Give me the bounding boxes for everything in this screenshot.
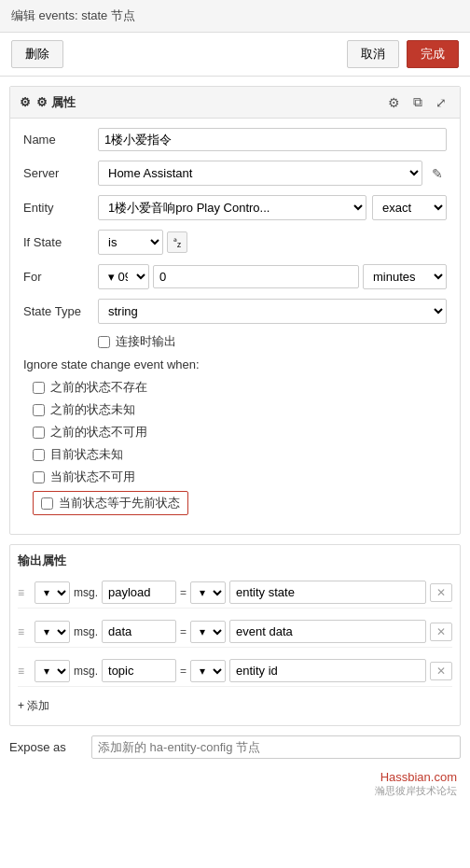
if-state-label: If State: [23, 235, 98, 249]
equals-0: =: [180, 586, 187, 599]
remove-row-2[interactable]: ✕: [430, 662, 452, 680]
server-control: Home Assistant ✎: [98, 161, 447, 186]
name-input[interactable]: [98, 128, 447, 151]
equals-1: =: [180, 625, 187, 638]
toolbar: 删除 取消 完成: [0, 33, 470, 77]
ignore-label-1: 之前的状态未知: [50, 401, 135, 418]
state-type-label: State Type: [23, 304, 98, 318]
panel-gear-icon: ⚙: [20, 95, 31, 109]
output-field-2[interactable]: [102, 659, 176, 682]
watermark-sub: 瀚思彼岸技术论坛: [375, 785, 457, 796]
entity-control: 1楼小爱音响pro Play Contro... exact: [98, 195, 447, 220]
panel-header: ⚙ ⚙ 属性 ⚙ ⧉ ⤢: [10, 87, 460, 119]
if-state-is-select[interactable]: is: [98, 230, 163, 255]
toolbar-right: 取消 完成: [347, 40, 459, 68]
ignore-checkbox-1[interactable]: [33, 404, 45, 416]
ignore-item-0: 之前的状态不存在: [33, 379, 447, 396]
drag-handle-1[interactable]: ≡: [18, 625, 31, 638]
name-label: Name: [23, 133, 98, 147]
connect-checkbox[interactable]: [98, 336, 110, 348]
panel-body: Name Server Home Assistant ✎ Entity: [10, 119, 460, 534]
state-type-row: State Type string: [23, 299, 447, 324]
output-field-0[interactable]: [102, 581, 176, 604]
done-button[interactable]: 完成: [407, 40, 459, 68]
server-label: Server: [23, 166, 98, 180]
ignore-label-3: 目前状态未知: [50, 446, 123, 463]
panel-header-left: ⚙ ⚙ 属性: [20, 94, 76, 111]
panel-header-right: ⚙ ⧉ ⤢: [384, 92, 450, 112]
entity-row: Entity 1楼小爱音响pro Play Contro... exact: [23, 195, 447, 220]
ignore-label-5: 当前状态等于先前状态: [59, 495, 180, 511]
msg-prefix-2: msg.: [74, 665, 98, 678]
output-value-type-select-1[interactable]: ▾: [190, 621, 226, 643]
output-value-type-select-2[interactable]: ▾: [190, 660, 226, 682]
ignore-item-1: 之前的状态未知: [33, 401, 447, 418]
output-row2-type-select[interactable]: ▾: [35, 660, 70, 682]
ignore-checkbox-3[interactable]: [33, 449, 45, 461]
expose-input[interactable]: [91, 735, 461, 759]
ignore-checkbox-2[interactable]: [33, 427, 45, 439]
server-edit-icon[interactable]: ✎: [428, 164, 447, 183]
cancel-button[interactable]: 取消: [347, 40, 399, 68]
output-value-1[interactable]: [229, 620, 426, 643]
ignore-checkbox-0[interactable]: [33, 382, 45, 394]
for-inner: ▾ 09 minutes: [98, 264, 447, 289]
expose-section: Expose as: [9, 735, 461, 759]
server-select[interactable]: Home Assistant: [98, 161, 422, 186]
output-row0-type-select[interactable]: ▾: [35, 581, 70, 604]
ignore-item-5-highlighted: 当前状态等于先前状态: [33, 491, 188, 515]
title-text: 编辑 events: state 节点: [11, 8, 135, 22]
state-type-select[interactable]: string: [98, 299, 447, 324]
ignore-label-2: 之前的状态不可用: [50, 424, 147, 441]
for-input[interactable]: [153, 265, 359, 288]
ignore-section-label: Ignore state change event when:: [23, 357, 447, 371]
equals-2: =: [180, 665, 187, 678]
output-field-1[interactable]: [102, 620, 176, 643]
server-row: Server Home Assistant ✎: [23, 161, 447, 186]
title-bar: 编辑 events: state 节点: [0, 0, 470, 33]
for-unit-select[interactable]: minutes: [363, 264, 447, 289]
ignore-checkbox-4[interactable]: [33, 471, 45, 483]
panel-copy-icon[interactable]: ⧉: [409, 92, 426, 112]
name-control: [98, 128, 447, 151]
panel-expand-icon[interactable]: ⤢: [432, 92, 450, 112]
state-type-control: string: [98, 299, 447, 324]
connect-label: 连接时输出: [116, 333, 176, 350]
remove-row-1[interactable]: ✕: [430, 623, 452, 641]
for-control: ▾ 09 minutes: [98, 264, 447, 289]
watermark-main: Hassbian.com: [380, 770, 457, 784]
az-button[interactable]: ᵃz: [167, 231, 187, 253]
output-value-0[interactable]: [229, 581, 426, 604]
entity-match-select[interactable]: exact: [372, 195, 447, 220]
entity-select[interactable]: 1楼小爱音响pro Play Contro...: [98, 195, 366, 220]
output-row-1: ≡ ▾ msg. = ▾ ✕: [18, 616, 452, 648]
remove-row-0[interactable]: ✕: [430, 583, 452, 602]
expose-label: Expose as: [9, 740, 84, 754]
output-row-0: ≡ ▾ msg. = ▾ ✕: [18, 577, 452, 609]
output-row1-type-select[interactable]: ▾: [35, 621, 70, 643]
if-state-control: is ᵃz: [98, 230, 447, 255]
az-icon: ᵃz: [173, 236, 181, 246]
name-row: Name: [23, 128, 447, 151]
ignore-label-4: 当前状态不可用: [50, 469, 135, 485]
output-value-2[interactable]: [229, 659, 426, 682]
delete-button[interactable]: 删除: [11, 40, 63, 68]
ignore-item-4: 当前状态不可用: [33, 469, 447, 485]
watermark-area: Hassbian.com 瀚思彼岸技术论坛: [0, 766, 470, 805]
output-value-type-select-0[interactable]: ▾: [190, 581, 226, 604]
drag-handle-2[interactable]: ≡: [18, 665, 31, 678]
for-label: For: [23, 270, 98, 284]
for-type-select[interactable]: ▾ 09: [98, 264, 149, 289]
output-section-title: 输出属性: [18, 553, 452, 569]
add-output-button[interactable]: + 添加: [18, 694, 49, 718]
output-section: 输出属性 ≡ ▾ msg. = ▾ ✕ ≡ ▾ msg. = ▾ ✕ ≡ ▾: [9, 544, 461, 726]
ignore-label-0: 之前的状态不存在: [50, 379, 147, 396]
panel-settings-icon[interactable]: ⚙: [384, 92, 404, 112]
drag-handle-0[interactable]: ≡: [18, 586, 31, 599]
ignore-checkbox-5[interactable]: [41, 497, 53, 510]
entity-select-row: 1楼小爱音响pro Play Contro... exact: [98, 195, 447, 220]
ignore-item-3: 目前状态未知: [33, 446, 447, 463]
ignore-item-2: 之前的状态不可用: [33, 424, 447, 441]
connect-checkbox-row: 连接时输出: [98, 333, 447, 350]
if-state-inner: is ᵃz: [98, 230, 447, 255]
